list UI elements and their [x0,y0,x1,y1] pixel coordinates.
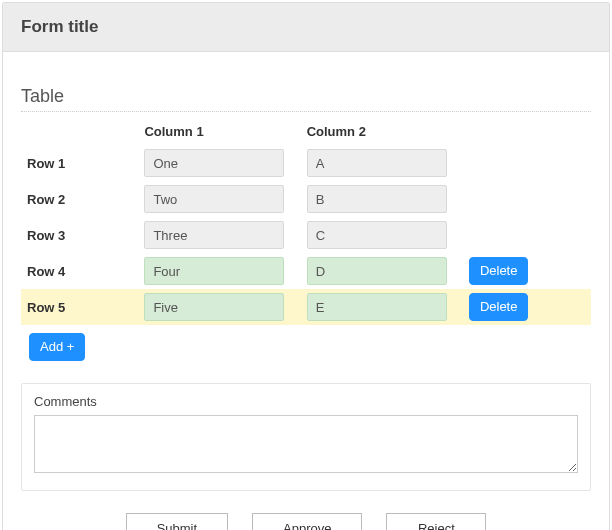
cell [301,253,463,289]
col1-input[interactable] [144,221,284,249]
delete-row-button[interactable]: Delete [469,257,529,285]
cell [301,145,463,181]
approve-button[interactable]: Approve [252,513,362,530]
row-label: Row 3 [21,217,138,253]
comments-label: Comments [34,394,578,409]
comments-block: Comments [21,383,591,491]
form-title: Form title [21,17,591,37]
row-label: Row 2 [21,181,138,217]
row-label: Row 1 [21,145,138,181]
table-row: Row 5Delete [21,289,591,325]
row-actions [463,217,591,253]
table-row: Row 3 [21,217,591,253]
col1-input[interactable] [144,293,284,321]
table-row: Row 2 [21,181,591,217]
reject-button[interactable]: Reject [386,513,486,530]
row-header-blank [21,118,138,145]
cell [138,253,300,289]
table-row: Row 4Delete [21,253,591,289]
cell [138,181,300,217]
form-body: Table Column 1 Column 2 Row 1Row 2Row 3R… [3,52,609,530]
cell [301,217,463,253]
col1-header: Column 1 [138,118,300,145]
cell [138,145,300,181]
data-table: Column 1 Column 2 Row 1Row 2Row 3Row 4De… [21,118,591,325]
row-label: Row 4 [21,253,138,289]
col2-input[interactable] [307,221,447,249]
table-row: Row 1 [21,145,591,181]
submit-button[interactable]: Submit [126,513,228,530]
table-section-title: Table [21,86,591,112]
col1-input[interactable] [144,185,284,213]
col2-input[interactable] [307,293,447,321]
action-bar: Submit Approve Reject [21,513,591,530]
col2-header: Column 2 [301,118,463,145]
cell [301,181,463,217]
col2-input[interactable] [307,149,447,177]
row-actions [463,181,591,217]
row-actions: Delete [463,253,591,289]
row-actions [463,145,591,181]
row-actions: Delete [463,289,591,325]
col1-input[interactable] [144,149,284,177]
add-row-button[interactable]: Add + [29,333,85,361]
row-label: Row 5 [21,289,138,325]
col1-input[interactable] [144,257,284,285]
comments-textarea[interactable] [34,415,578,473]
col2-input[interactable] [307,257,447,285]
cell [301,289,463,325]
actions-header-blank [463,118,591,145]
delete-row-button[interactable]: Delete [469,293,529,321]
form-panel: Form title Table Column 1 Column 2 Row 1… [2,2,610,530]
form-header: Form title [3,3,609,52]
col2-input[interactable] [307,185,447,213]
cell [138,289,300,325]
cell [138,217,300,253]
